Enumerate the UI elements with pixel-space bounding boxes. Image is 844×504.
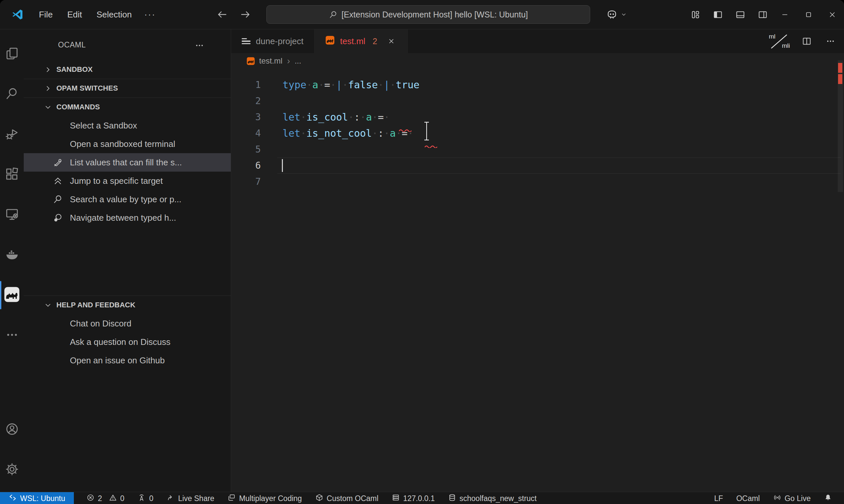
code-line-2[interactable]: 2 xyxy=(231,93,844,109)
status-language-mode[interactable]: OCaml xyxy=(729,492,767,504)
command-chat-on-discord[interactable]: Chat on Discord xyxy=(24,314,231,333)
status-problems[interactable]: 20 xyxy=(80,492,131,504)
more-icon xyxy=(5,328,19,343)
line-number: 3 xyxy=(231,112,261,123)
workbench: OCAML SANDBOXOPAM SWITCHESCOMMANDSSelect… xyxy=(0,29,844,492)
toggle-primary-sidebar-button[interactable] xyxy=(710,7,725,22)
copilot-button[interactable] xyxy=(606,0,627,29)
status-label: Go Live xyxy=(785,494,811,503)
activity-run-debug[interactable] xyxy=(0,114,24,155)
current-line-highlight xyxy=(277,158,841,174)
switch-ml-mli-button[interactable]: ml mli xyxy=(768,33,790,49)
sidebar-more-actions-button[interactable] xyxy=(194,40,206,50)
section-commands[interactable]: COMMANDS xyxy=(24,97,231,116)
status-server[interactable]: 127.0.0.1 xyxy=(385,492,442,504)
ocaml-file-icon xyxy=(325,35,335,48)
menu-more[interactable]: ··· xyxy=(139,10,161,20)
chevrons-up-icon xyxy=(52,175,63,186)
activity-more[interactable] xyxy=(0,315,24,356)
blank-icon xyxy=(52,336,63,347)
activity-settings[interactable] xyxy=(0,450,24,490)
typed-hole-icon xyxy=(52,212,63,223)
text-cursor xyxy=(282,159,283,172)
command-open-an-issue-on-github[interactable]: Open an issue on Github xyxy=(24,351,231,370)
tab-test-ml[interactable]: test.ml2 xyxy=(314,29,408,53)
code-line-6[interactable]: 6 xyxy=(231,158,844,174)
status-custom-ocaml[interactable]: Custom OCaml xyxy=(309,492,385,504)
code-line-5[interactable]: 5 xyxy=(231,141,844,158)
menu-bar: FileEditSelection··· xyxy=(32,0,161,29)
split-editor-button[interactable] xyxy=(800,34,814,48)
section-sandbox[interactable]: SANDBOX xyxy=(24,60,231,79)
chevron-down-icon xyxy=(620,11,627,18)
tab-label: dune-project xyxy=(256,36,304,47)
status-label: 2 xyxy=(98,494,102,503)
extensions-icon xyxy=(5,167,19,182)
command-center-search[interactable]: [Extension Development Host] hello [WSL:… xyxy=(266,5,590,24)
more-actions-button[interactable] xyxy=(824,34,838,48)
code-line-7[interactable]: 7 xyxy=(231,174,844,190)
broadcast-tower-icon xyxy=(137,493,146,504)
mouse-ibeam-cursor xyxy=(423,121,430,141)
activity-docker[interactable] xyxy=(0,235,24,275)
line-number: 7 xyxy=(231,176,261,187)
status-live-share[interactable]: Live Share xyxy=(160,492,221,504)
status-eol[interactable]: LF xyxy=(707,492,729,504)
code-line-4[interactable]: 4let·is_not_cool·:·a·=· xyxy=(231,125,844,141)
side-bar: OCAML SANDBOXOPAM SWITCHESCOMMANDSSelect… xyxy=(24,29,231,492)
mli-label: mli xyxy=(782,42,790,49)
activity-explorer[interactable] xyxy=(0,34,24,74)
overview-ruler xyxy=(838,54,843,492)
minimize-button[interactable] xyxy=(773,0,796,29)
command-search-a-value-by-type-or-p[interactable]: Search a value by type or p... xyxy=(24,190,231,209)
breadcrumb-file[interactable]: test.ml xyxy=(259,56,282,66)
activity-search[interactable] xyxy=(0,74,24,114)
menu-selection[interactable]: Selection xyxy=(89,10,139,20)
item-label: Chat on Discord xyxy=(70,319,131,329)
status-label: OCaml xyxy=(736,494,760,503)
breadcrumb[interactable]: test.ml › ... xyxy=(231,53,844,69)
code-editor[interactable]: 1type·a·=·|·false·|·true23let·is_cool·:·… xyxy=(231,69,844,190)
toggle-panel-button[interactable] xyxy=(733,7,748,22)
menu-edit[interactable]: Edit xyxy=(60,10,89,20)
code-line-1[interactable]: 1type·a·=·|·false·|·true xyxy=(231,77,844,93)
ocaml-icon xyxy=(3,286,20,304)
status-go-live[interactable]: Go Live xyxy=(767,492,817,504)
maximize-button[interactable] xyxy=(796,0,820,29)
command-list-values-that-can-fill-the-s[interactable]: List values that can fill the s... xyxy=(24,153,231,172)
line-number: 5 xyxy=(231,144,261,155)
status-remote[interactable]: WSL: Ubuntu xyxy=(0,492,74,504)
activity-ocaml[interactable] xyxy=(0,275,24,315)
activity-account[interactable] xyxy=(0,410,24,450)
remote-icon xyxy=(8,493,17,504)
toggle-secondary-sidebar-button[interactable] xyxy=(755,7,770,22)
breadcrumb-symbol[interactable]: ... xyxy=(295,56,302,66)
close-tab-icon[interactable] xyxy=(386,36,397,47)
sidebar-header: OCAML xyxy=(24,29,231,60)
command-open-a-sandboxed-terminal[interactable]: Open a sandboxed terminal xyxy=(24,135,231,153)
code-line-3[interactable]: 3let·is_cool·:·a·=· xyxy=(231,109,844,125)
status-notifications[interactable] xyxy=(817,492,839,504)
command-jump-to-a-specific-target[interactable]: Jump to a specific target xyxy=(24,172,231,190)
close-button[interactable] xyxy=(820,0,844,29)
activity-remote-explorer[interactable] xyxy=(0,195,24,235)
section-opam-switches[interactable]: OPAM SWITCHES xyxy=(24,79,231,97)
sidebar-title: OCAML xyxy=(58,40,86,49)
editor-area: dune-projecttest.ml2 ml mli test.ml › ..… xyxy=(231,29,844,492)
command-navigate-between-typed-h[interactable]: Navigate between typed h... xyxy=(24,209,231,227)
section-help-and-feedback[interactable]: HELP AND FEEDBACK xyxy=(24,295,231,314)
customize-layout-button[interactable] xyxy=(688,7,703,22)
status-ports[interactable]: 0 xyxy=(131,492,160,504)
command-ask-a-question-on-discuss[interactable]: Ask a question on Discuss xyxy=(24,333,231,351)
bell-icon xyxy=(824,493,832,504)
activity-extensions[interactable] xyxy=(0,155,24,195)
status-database[interactable]: schoolfaqs_new_struct xyxy=(442,492,543,504)
tab-dune-project[interactable]: dune-project xyxy=(231,29,314,53)
docker-icon xyxy=(5,247,19,263)
back-arrow-button[interactable] xyxy=(216,8,228,20)
menu-file[interactable]: File xyxy=(32,10,60,20)
item-label: List values that can fill the s... xyxy=(70,158,182,168)
forward-arrow-button[interactable] xyxy=(239,8,251,20)
command-select-a-sandbox[interactable]: Select a Sandbox xyxy=(24,116,231,135)
status-multiplayer-coding[interactable]: Multiplayer Coding xyxy=(221,492,308,504)
